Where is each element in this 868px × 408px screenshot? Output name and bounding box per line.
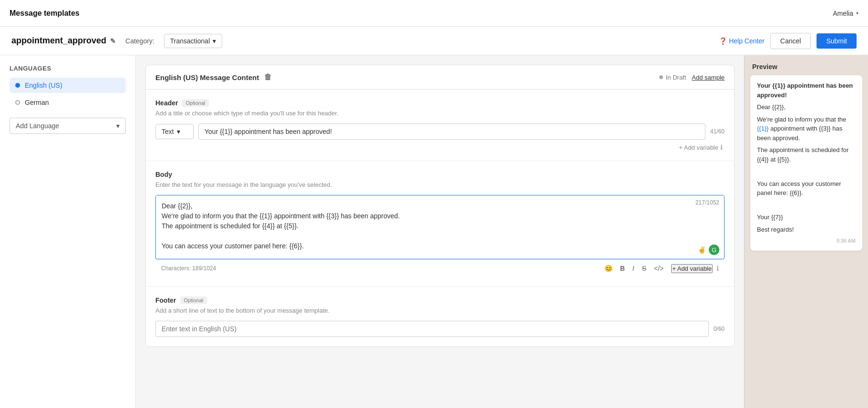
draft-dot	[659, 75, 663, 79]
body-section-desc: Enter the text for your message in the l…	[155, 181, 725, 188]
footer-optional-badge: Optional	[180, 296, 207, 304]
body-char-count: 217/1052	[695, 199, 719, 206]
lang-name-german: German	[25, 99, 49, 106]
language-item-german[interactable]: German	[10, 95, 126, 110]
bold-icon[interactable]: B	[618, 264, 627, 273]
footer-input-row: 0/60	[155, 321, 725, 337]
header-input-row: Text ▾ 41/60	[155, 123, 725, 140]
content-area: English (US) Message Content 🗑 In Draft …	[136, 55, 744, 408]
language-item-english[interactable]: English (US)	[10, 78, 126, 93]
footer-text-input[interactable]	[155, 321, 709, 337]
lang-dot-german	[15, 100, 20, 105]
template-header: appointment_approved ✎ Category: Transac…	[0, 27, 868, 55]
body-chars-label: Characters: 189/1024	[161, 265, 216, 272]
italic-icon[interactable]: I	[631, 264, 636, 273]
type-dropdown-chevron: ▾	[177, 128, 180, 135]
category-value: Transactional	[170, 37, 210, 45]
user-menu-chevron: ▾	[856, 10, 858, 16]
footer-section-desc: Add a short line of text to the bottom o…	[155, 307, 725, 314]
edit-template-name-icon[interactable]: ✎	[110, 37, 116, 45]
user-menu[interactable]: Amelia ▾	[833, 10, 858, 17]
content-panel-title: English (US) Message Content	[155, 73, 259, 82]
draft-badge: In Draft	[659, 74, 686, 81]
chat-line-8: Best regards!	[757, 225, 856, 235]
top-bar: Message templates Amelia ▾	[0, 0, 868, 27]
header-info-icon: ℹ	[720, 143, 723, 151]
header-section: Header Optional Add a title or choose wh…	[146, 90, 734, 161]
header-optional-badge: Optional	[182, 99, 209, 107]
chat-line-4	[757, 167, 856, 176]
body-title-row: Body	[155, 171, 725, 178]
strikethrough-icon[interactable]: S	[640, 264, 648, 273]
peace-emoji: ✌️	[698, 246, 706, 254]
panel-header: English (US) Message Content 🗑 In Draft …	[146, 65, 734, 90]
user-name: Amelia	[833, 10, 853, 17]
page-title: Message templates	[10, 9, 80, 18]
category-dropdown[interactable]: Transactional ▾	[164, 34, 223, 48]
chat-timestamp: 9:36 AM	[757, 237, 856, 245]
footer-section-title: Footer	[155, 296, 176, 304]
sidebar: Languages English (US) German Add Langua…	[0, 55, 136, 408]
template-name: appointment_approved ✎	[11, 36, 116, 46]
add-language-dropdown[interactable]: Add Language ▾	[10, 118, 126, 134]
body-info-icon: ℹ	[716, 265, 719, 272]
header-char-count: 41/60	[710, 128, 725, 135]
header-text-input[interactable]	[198, 123, 705, 140]
lang-dot-english	[15, 83, 20, 88]
lang-name-english: English (US)	[25, 82, 62, 89]
toolbar-right: 😊 B I S </> + Add variable ℹ	[602, 264, 719, 273]
body-textarea-wrapper: 217/1052 Dear {{2}}, We're glad to infor…	[155, 195, 725, 259]
chat-line-7: Your {{7}}	[757, 213, 856, 222]
code-icon[interactable]: </>	[652, 264, 665, 273]
header-title-row: Header Optional	[155, 99, 725, 107]
category-dropdown-chevron: ▾	[213, 37, 216, 45]
header-add-variable-row: + Add variable ℹ	[155, 143, 725, 151]
header-section-desc: Add a title or choose which type of medi…	[155, 110, 725, 117]
body-section-title: Body	[155, 171, 172, 178]
help-center-link[interactable]: ❓ Help Center	[719, 37, 765, 45]
chat-line-2: We're glad to inform you that the {{1}} …	[757, 115, 856, 143]
body-textarea[interactable]: Dear {{2}}, We're glad to inform you tha…	[156, 195, 724, 257]
body-textarea-corner: ✌️ G	[698, 245, 719, 255]
panel-header-right: In Draft Add sample	[659, 74, 725, 81]
chat-line-3: The appointment is scheduled for {{4}} a…	[757, 145, 856, 164]
message-content-panel: English (US) Message Content 🗑 In Draft …	[145, 65, 735, 347]
cancel-button[interactable]: Cancel	[770, 33, 811, 49]
chat-bubble: Your {{1}} appointment has been approved…	[750, 75, 862, 251]
footer-title-row: Footer Optional	[155, 296, 725, 304]
chat-line-1: Dear {{2}},	[757, 102, 856, 112]
chat-line-5: You can access your customer panel here:…	[757, 179, 856, 198]
chat-bubble-bold-line: Your {{1}} appointment has been approved…	[757, 81, 856, 100]
header-section-title: Header	[155, 99, 178, 107]
preview-title: Preview	[745, 55, 868, 75]
grammark-icon[interactable]: G	[709, 245, 719, 255]
emoji-icon[interactable]: 😊	[602, 264, 614, 273]
template-header-actions: ❓ Help Center Cancel Submit	[719, 33, 857, 49]
sidebar-languages-title: Languages	[10, 65, 126, 72]
footer-char-count: 0/60	[714, 326, 725, 332]
help-icon: ❓	[719, 37, 727, 45]
body-section: Body Enter the text for your message in …	[146, 161, 734, 287]
add-sample-button[interactable]: Add sample	[692, 74, 725, 81]
delete-content-icon[interactable]: 🗑	[264, 73, 272, 82]
body-toolbar: Characters: 189/1024 😊 B I S </> + Add v…	[155, 259, 725, 277]
panel-header-left: English (US) Message Content 🗑	[155, 73, 272, 82]
body-add-variable-button[interactable]: + Add variable	[671, 264, 713, 273]
header-type-dropdown[interactable]: Text ▾	[155, 124, 194, 139]
add-lang-chevron: ▾	[116, 122, 120, 130]
chat-line-6	[757, 201, 856, 210]
submit-button[interactable]: Submit	[817, 33, 857, 49]
footer-section: Footer Optional Add a short line of text…	[146, 287, 734, 347]
preview-panel: Preview Your {{1}} appointment has been …	[744, 55, 868, 408]
main-layout: Languages English (US) German Add Langua…	[0, 55, 868, 408]
header-add-variable-button[interactable]: + Add variable	[679, 144, 718, 151]
category-label: Category:	[125, 37, 154, 45]
